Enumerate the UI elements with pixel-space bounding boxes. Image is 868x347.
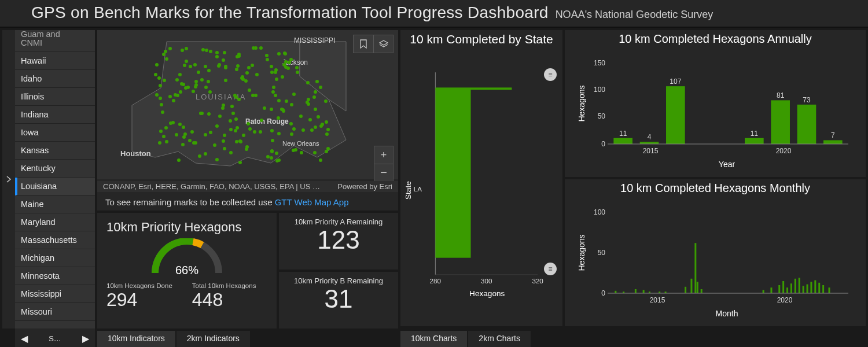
map-label-houston: Houston <box>120 149 151 158</box>
svg-point-113 <box>286 67 290 70</box>
sidebar-item-hawaii[interactable]: Hawaii <box>15 52 95 70</box>
annual-bar-chart: Hexagons 1141071181737 0 50 100 150 2015… <box>568 46 862 173</box>
sidebar-item-kansas[interactable]: Kansas <box>15 142 95 160</box>
svg-point-166 <box>245 71 249 75</box>
svg-rect-258 <box>822 285 824 293</box>
svg-point-61 <box>201 48 205 51</box>
svg-point-154 <box>182 135 186 139</box>
svg-point-157 <box>207 80 210 83</box>
svg-point-181 <box>154 73 157 76</box>
svg-point-128 <box>315 80 319 83</box>
svg-point-158 <box>215 55 219 58</box>
chevron-right-icon <box>6 176 12 183</box>
svg-point-93 <box>213 143 216 147</box>
range-slider-top[interactable]: ≡ <box>544 68 557 81</box>
svg-point-94 <box>277 132 281 135</box>
svg-point-28 <box>230 105 234 108</box>
sidebar-item-idaho[interactable]: Idaho <box>15 70 95 88</box>
state-sidebar: Guam andCNMIHawaiiIdahoIllinoisIndianaIo… <box>2 30 95 347</box>
sidebar-item-kentucky[interactable]: Kentucky <box>15 160 95 178</box>
sidebar-item-louisiana[interactable]: Louisiana <box>15 178 95 195</box>
sidebar-item-maine[interactable]: Maine <box>15 195 95 213</box>
sidebar-expand-handle[interactable] <box>2 30 15 328</box>
svg-point-26 <box>299 115 303 118</box>
svg-point-185 <box>204 152 207 156</box>
priority-b-panel: 10km Priority B Remaining 31 <box>279 272 398 328</box>
sidebar-item-indiana[interactable]: Indiana <box>15 106 95 124</box>
svg-point-172 <box>317 115 320 119</box>
sidebar-item-guam-and-cnmi[interactable]: Guam andCNMI <box>15 30 95 52</box>
tab-10km-charts[interactable]: 10km Charts <box>400 331 468 347</box>
svg-rect-245 <box>763 290 764 293</box>
svg-point-187 <box>319 124 323 128</box>
layers-button[interactable] <box>373 35 393 53</box>
svg-text:73: 73 <box>803 96 811 104</box>
svg-point-174 <box>242 134 245 137</box>
annual-chart-ylabel: Hexagons <box>577 85 586 121</box>
sidebar-item-missouri[interactable]: Missouri <box>15 303 95 321</box>
range-slider-bottom[interactable]: ≡ <box>544 263 557 275</box>
svg-point-4 <box>205 49 208 52</box>
svg-point-70 <box>222 104 225 107</box>
svg-point-121 <box>251 94 255 97</box>
sidebar-item-michigan[interactable]: Michigan <box>15 249 95 267</box>
svg-point-97 <box>224 66 227 69</box>
tab-2km-indicators[interactable]: 2km Indicators <box>176 331 251 347</box>
hex-total-label: Total 10km Hexagons <box>192 282 256 289</box>
svg-point-71 <box>164 50 167 53</box>
svg-point-81 <box>169 121 172 125</box>
indicator-tabs: 10km Indicators 2km Indicators <box>97 331 398 347</box>
svg-point-152 <box>215 158 219 161</box>
tab-10km-indicators[interactable]: 10km Indicators <box>97 331 176 347</box>
svg-rect-214 <box>666 86 685 144</box>
zoom-in-button[interactable]: + <box>374 146 393 164</box>
svg-point-122 <box>176 94 179 97</box>
svg-point-161 <box>222 58 225 62</box>
svg-point-64 <box>223 51 226 54</box>
svg-point-196 <box>159 97 162 100</box>
svg-text:0: 0 <box>601 289 605 297</box>
svg-point-101 <box>270 65 273 68</box>
svg-text:280: 280 <box>430 278 442 285</box>
svg-text:100: 100 <box>594 208 605 216</box>
svg-point-45 <box>270 71 274 74</box>
svg-point-124 <box>240 76 244 80</box>
sidebar-item-mississippi[interactable]: Mississippi <box>15 285 95 303</box>
svg-point-100 <box>289 58 293 61</box>
svg-point-30 <box>289 122 293 125</box>
svg-point-115 <box>308 118 312 121</box>
svg-point-197 <box>266 58 269 61</box>
svg-text:11: 11 <box>619 130 627 138</box>
svg-point-68 <box>218 115 222 118</box>
svg-rect-236 <box>643 290 645 293</box>
svg-point-163 <box>283 51 286 55</box>
sidebar-item-minnesota[interactable]: Minnesota <box>15 267 95 285</box>
sidebar-item-massachusetts[interactable]: Massachusetts <box>15 231 95 249</box>
svg-point-42 <box>177 158 181 162</box>
svg-point-3 <box>325 150 328 153</box>
bookmark-button[interactable] <box>354 35 373 53</box>
svg-point-85 <box>215 51 219 54</box>
gtt-webmap-link[interactable]: GTT Web Map App <box>275 197 349 207</box>
svg-point-180 <box>280 108 284 111</box>
monthly-bar-chart: Hexagons 0 50 100 2015 2020 Month <box>568 195 862 322</box>
svg-point-87 <box>284 60 288 64</box>
sidebar-next-button[interactable]: ▶ <box>82 333 89 344</box>
tab-2km-charts[interactable]: 2km Charts <box>468 331 532 347</box>
zoom-out-button[interactable]: − <box>374 164 393 181</box>
chart-tabs: 10km Charts 2km Charts <box>400 331 866 347</box>
svg-point-169 <box>223 134 226 137</box>
gauge-chart: 66% <box>144 238 230 279</box>
sidebar-prev-button[interactable]: ◀ <box>21 333 28 344</box>
sidebar-item-maryland[interactable]: Maryland <box>15 213 95 231</box>
svg-rect-253 <box>803 286 804 293</box>
svg-point-178 <box>234 95 238 99</box>
svg-point-119 <box>165 57 168 61</box>
plus-icon: + <box>381 149 387 161</box>
svg-point-40 <box>247 66 251 69</box>
priority-a-label: 10km Priority A Remaining <box>282 217 395 226</box>
svg-point-148 <box>164 126 168 130</box>
sidebar-item-illinois[interactable]: Illinois <box>15 88 95 106</box>
svg-text:300: 300 <box>481 278 492 285</box>
sidebar-item-iowa[interactable]: Iowa <box>15 124 95 142</box>
